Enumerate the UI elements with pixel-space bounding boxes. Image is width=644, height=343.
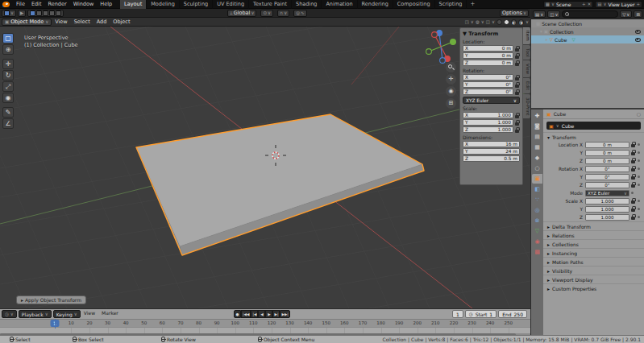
zoom-button[interactable] <box>446 62 456 72</box>
lock-icon[interactable] <box>631 174 636 180</box>
menu-render[interactable]: Render <box>44 1 69 7</box>
outliner-editor-type-dropdown[interactable]: ▤∨ <box>533 10 546 18</box>
workspace-tab-scripting[interactable]: Scripting <box>435 0 467 9</box>
timeline-menu-playback[interactable]: Playback∨ <box>19 310 52 318</box>
value-field-z[interactable]: Z0.5 m <box>463 155 520 162</box>
add-workspace-button[interactable]: + <box>467 0 478 9</box>
lock-icon[interactable] <box>631 182 636 188</box>
lock-icon[interactable] <box>515 75 520 81</box>
properties-tab-data[interactable]: ▽ <box>532 226 542 236</box>
section-motion-paths[interactable]: ▸Motion Paths <box>543 257 644 266</box>
section-viewport-display[interactable]: ▸Viewport Display <box>543 275 644 283</box>
tool-move[interactable]: ✛ <box>2 59 14 69</box>
properties-tab-render[interactable]: ◙ <box>532 122 542 131</box>
value-field[interactable]: 0° <box>585 182 629 188</box>
tool-cursor[interactable]: ⊕ <box>2 44 14 55</box>
value-field[interactable]: 1.000 <box>585 214 629 221</box>
value-field[interactable]: 0 m <box>585 150 629 156</box>
animate-dot[interactable] <box>638 216 640 218</box>
select-mode-3[interactable] <box>49 10 55 16</box>
jump-to-start-button[interactable]: |◀◀ <box>241 310 251 318</box>
menu-help[interactable]: Help <box>97 1 115 7</box>
active-tool-dropdown[interactable]: ∨ <box>2 10 16 17</box>
pan-button[interactable]: ✛ <box>446 74 456 85</box>
sidebar-tab-item[interactable]: Item <box>523 27 530 44</box>
pin-icon[interactable]: ○ <box>637 111 641 117</box>
options-dropdown[interactable]: Options ∨ <box>500 10 529 17</box>
animate-dot[interactable] <box>638 176 640 178</box>
3d-viewport[interactable]: User Perspective (1) Collection | Cube ▢… <box>0 27 530 308</box>
tool-play-icon[interactable]: ▶ <box>18 10 26 17</box>
sidebar-tab-edit[interactable]: Edit <box>523 78 530 93</box>
mode-dropdown[interactable]: ▣ Object Mode ∨ <box>2 19 52 26</box>
section-visibility[interactable]: ▸Visibility <box>543 266 644 275</box>
section-custom-properties[interactable]: ▸Custom Properties <box>543 283 644 292</box>
outliner-display-mode-dropdown[interactable]: ◫∨ <box>547 10 560 18</box>
section-instancing[interactable]: ▸Instancing <box>543 248 644 257</box>
expand-arrow-icon[interactable]: ▾ <box>540 29 542 34</box>
lock-icon[interactable] <box>631 198 636 204</box>
transform-section-header[interactable]: ▾ Transform <box>543 132 644 141</box>
lock-icon[interactable] <box>631 214 636 220</box>
breadcrumb-object[interactable]: Cube <box>554 111 567 117</box>
value-field[interactable]: 0 m <box>585 142 629 148</box>
lock-icon[interactable] <box>515 46 520 52</box>
expand-arrow-icon[interactable]: ▸ <box>546 37 548 42</box>
properties-tab-object[interactable]: ▣ <box>532 174 542 184</box>
timeline-ruler[interactable]: 1 10203040506070809010011012013014015016… <box>0 319 530 327</box>
lock-icon[interactable] <box>631 206 636 212</box>
workspace-tab-rendering[interactable]: Rendering <box>358 0 393 9</box>
lock-icon[interactable] <box>515 89 520 95</box>
lock-icon[interactable] <box>515 53 520 59</box>
lock-icon[interactable] <box>515 82 520 88</box>
value-field[interactable]: 0° <box>585 174 629 180</box>
select-mode-1[interactable] <box>36 10 42 16</box>
blender-logo-icon[interactable] <box>2 2 10 7</box>
menu-window[interactable]: Window <box>70 1 98 7</box>
workspace-tab-shading[interactable]: Shading <box>292 0 322 9</box>
lock-icon[interactable] <box>631 166 636 172</box>
value-field-y[interactable]: Y0° <box>463 81 513 88</box>
jump-to-end-button[interactable]: ▶▶| <box>280 310 289 318</box>
shading-wireframe-button[interactable] <box>497 19 502 25</box>
animate-dot[interactable] <box>638 200 640 202</box>
record-button[interactable]: ● <box>234 310 241 318</box>
new-collection-button[interactable]: ⊞ <box>634 10 642 18</box>
value-field[interactable]: 0 m <box>585 158 629 164</box>
value-field-x[interactable]: X16 m <box>463 141 520 147</box>
section-delta-transform[interactable]: ▸Delta Transform <box>543 221 644 230</box>
workspace-tab-sculpting[interactable]: Sculpting <box>180 0 213 9</box>
sidebar-tab-view[interactable]: View <box>523 60 530 77</box>
timeline-menu-marker[interactable]: Marker <box>98 310 122 318</box>
new-layer-icon[interactable]: + <box>636 2 640 6</box>
viewport-menu-object[interactable]: Object <box>110 19 133 25</box>
shading-rendered-button[interactable]: ◑ <box>518 19 524 25</box>
tool-annotate[interactable]: ✎ <box>2 107 14 118</box>
workspace-tab-animation[interactable]: Animation <box>322 0 357 9</box>
value-field-y[interactable]: Y24 m <box>463 148 520 155</box>
timeline-menu-keying[interactable]: Keying∨ <box>53 310 81 318</box>
timeline-track[interactable] <box>0 327 530 333</box>
value-field[interactable]: 1.000 <box>585 206 629 213</box>
lock-icon[interactable] <box>631 158 636 163</box>
view-layer-selector[interactable]: ▤ ∨ View Layer + <box>595 1 642 8</box>
outliner-search-input[interactable] <box>562 10 618 18</box>
viewport-menu-select[interactable]: Select <box>71 19 93 25</box>
value-field[interactable]: 1.000 <box>585 198 629 205</box>
overlays-toggle-icon[interactable]: ◍ <box>476 19 480 24</box>
gizmo-toggle-icon[interactable]: ◳ <box>465 19 469 24</box>
tool-select-box[interactable]: ▢ <box>2 33 14 43</box>
properties-tab-constraints[interactable]: ⊗ <box>532 216 542 225</box>
value-field-z[interactable]: Z1.000 <box>463 126 513 133</box>
workspace-tab-uv-editing[interactable]: UV Editing <box>213 0 249 9</box>
properties-tab-world[interactable]: ○ <box>532 163 542 173</box>
frame-start-field[interactable]: ◷ Start 1 <box>465 310 497 318</box>
operator-panel-button[interactable]: ▸ Apply Object Transform <box>16 295 86 304</box>
workspace-tab-modeling[interactable]: Modeling <box>147 0 180 9</box>
sidebar-tab-3d-print[interactable]: 3D-Print <box>523 94 530 118</box>
animate-dot[interactable] <box>638 159 640 162</box>
lock-icon[interactable] <box>515 127 520 133</box>
properties-tab-material[interactable]: ◉ <box>532 237 542 246</box>
properties-tab-scene[interactable]: ◆ <box>532 153 542 163</box>
value-field[interactable]: 0° <box>585 166 629 172</box>
